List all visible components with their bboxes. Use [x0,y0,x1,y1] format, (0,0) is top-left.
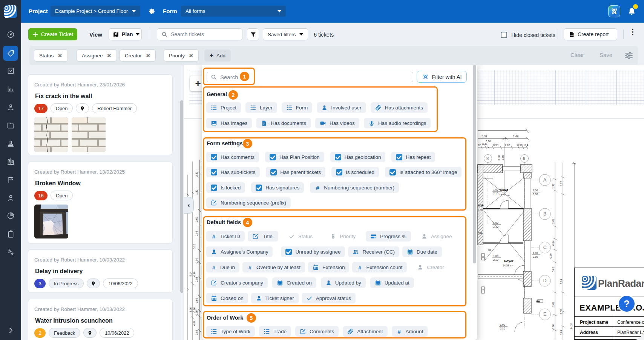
svg-text:24,34: 24,34 [570,323,573,329]
svg-text:2.02: 2.02 [552,302,555,307]
svg-text:0.68: 0.68 [193,320,196,326]
svg-text:1.00: 1.00 [493,188,498,191]
svg-text:1.32: 1.32 [195,189,198,195]
svg-text:0.99: 0.99 [493,144,498,146]
svg-text:0.29: 0.29 [549,253,552,258]
svg-text:1.00: 1.00 [500,323,505,326]
svg-text:2.33: 2.33 [195,171,198,177]
svg-text:D: D [543,278,547,283]
svg-text:05B: 05B [478,232,483,235]
svg-text:06: 06 [488,249,491,251]
svg-text:1.00: 1.00 [493,255,498,257]
svg-text:14,58 m²: 14,58 m² [503,264,513,267]
svg-text:2.10: 2.10 [493,192,498,195]
svg-text:0.64: 0.64 [195,231,198,236]
svg-text:1,20: 1,20 [560,181,563,186]
svg-text:0.30: 0.30 [193,307,196,312]
svg-text:2.02: 2.02 [195,217,198,222]
svg-text:0.30: 0.30 [552,324,555,329]
svg-text:2.02: 2.02 [195,330,198,335]
svg-text:0.98: 0.98 [195,277,198,282]
svg-text:2.00: 2.00 [498,155,500,160]
svg-text:3,59: 3,59 [560,309,563,314]
svg-text:Foyer: Foyer [504,259,514,263]
svg-text:02: 02 [478,144,481,146]
svg-text:9: 9 [523,156,525,161]
svg-text:0,44: 0,44 [482,143,488,146]
svg-text:3,84: 3,84 [560,330,563,335]
svg-text:5.38: 5.38 [481,135,488,138]
svg-text:2.02: 2.02 [552,218,555,224]
svg-text:15,51 m²: 15,51 m² [499,194,510,197]
svg-text:1.32: 1.32 [552,183,555,189]
svg-text:3.70: 3.70 [189,307,192,312]
svg-text:2.02: 2.02 [505,144,510,146]
svg-text:0,30: 0,30 [486,140,491,143]
svg-text:0.70: 0.70 [195,310,198,315]
svg-text:0.84: 0.84 [195,258,198,263]
svg-text:1,00: 1,00 [533,252,538,254]
svg-text:2.10: 2.10 [493,225,498,228]
svg-text:1.50: 1.50 [501,155,504,160]
svg-text:1,00: 1,00 [533,189,538,192]
svg-text:0.64: 0.64 [552,240,555,246]
svg-text:8: 8 [482,256,484,258]
svg-text:A: A [543,177,546,183]
svg-text:2.02: 2.02 [195,298,198,303]
svg-text:1.00: 1.00 [493,222,498,224]
svg-text:0,80: 0,80 [533,255,538,258]
svg-text:2.10: 2.10 [500,327,505,330]
svg-text:9,14: 9,14 [560,279,563,284]
svg-text:8: 8 [486,156,489,161]
svg-text:8 m²: 8 m² [478,209,483,211]
svg-text:E: E [543,312,546,317]
svg-text:0,80: 0,80 [533,193,538,195]
svg-text:0.30: 0.30 [193,244,196,249]
svg-text:2.10: 2.10 [493,258,498,261]
svg-text:2.48: 2.48 [513,135,519,138]
svg-text:4.14: 4.14 [189,271,192,277]
svg-text:B: B [543,211,546,217]
svg-text:0.85: 0.85 [552,267,555,272]
svg-text:age: age [478,203,484,207]
svg-text:7: 7 [482,289,484,292]
svg-text:C7: C7 [503,138,506,140]
svg-text:0.30: 0.30 [193,271,196,277]
svg-text:0.98: 0.98 [517,144,523,146]
svg-text:C: C [543,245,547,250]
svg-text:Toilet: Toilet [499,188,508,192]
svg-text:0.4: 0.4 [524,144,528,146]
svg-text:PDF: PDF [570,35,574,37]
